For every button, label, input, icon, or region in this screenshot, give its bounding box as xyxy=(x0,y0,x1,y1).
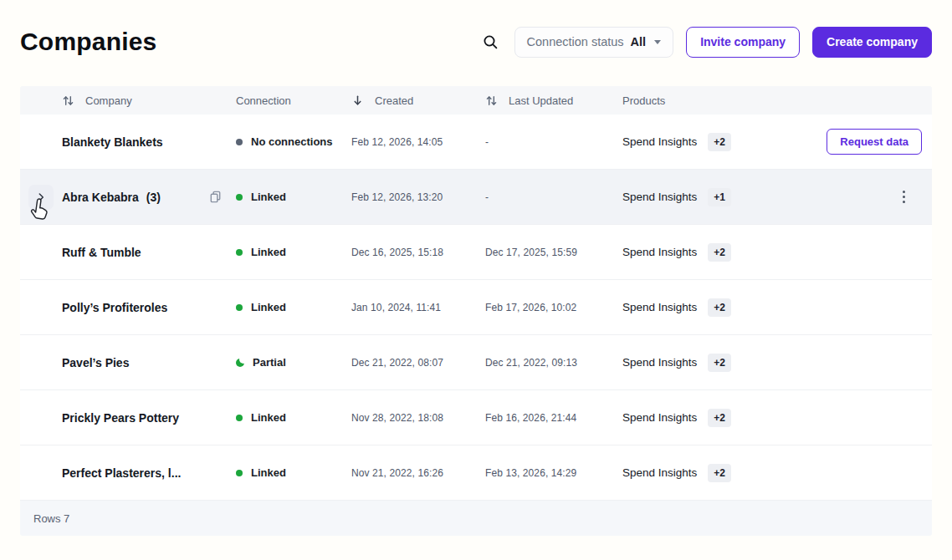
table-footer: Rows 7 xyxy=(20,501,932,536)
copy-icon[interactable] xyxy=(207,188,224,206)
last-updated-cell: Feb 16, 2026, 21:44 xyxy=(485,412,622,424)
products-more-badge[interactable]: +2 xyxy=(708,243,731,262)
connection-cell: Partial xyxy=(236,356,351,369)
sort-last-updated-header[interactable]: Last Updated xyxy=(485,94,622,107)
products-cell: Spend Insights +2 xyxy=(622,243,823,262)
partial-status-icon xyxy=(236,359,244,367)
expand-cell xyxy=(20,185,62,210)
table-row[interactable]: Polly’s Profiteroles Linked Jan 10, 2024… xyxy=(20,280,932,335)
chevron-right-icon xyxy=(35,191,47,203)
filter-label: Connection status xyxy=(527,35,624,48)
company-cell: Prickly Pears Pottery xyxy=(62,411,236,425)
company-name: Pavel’s Pies xyxy=(62,356,129,369)
header-connection-label: Connection xyxy=(236,94,291,107)
sort-created-header[interactable]: Created xyxy=(351,94,485,107)
filter-value: All xyxy=(631,35,647,48)
table-header-row: Company Connection Created Last Updated … xyxy=(20,86,932,115)
created-cell: Feb 12, 2026, 14:05 xyxy=(351,136,485,148)
header-last-updated-label: Last Updated xyxy=(509,94,573,107)
expand-row-button[interactable] xyxy=(28,185,54,210)
request-data-button[interactable]: Request data xyxy=(827,129,922,155)
action-cell: Request data xyxy=(823,129,932,155)
created-cell: Jan 10, 2024, 11:41 xyxy=(351,302,485,313)
connection-status-label: Linked xyxy=(251,466,286,479)
created-cell: Dec 21, 2022, 08:07 xyxy=(351,357,485,369)
company-cell: Blankety Blankets xyxy=(62,135,236,149)
table-row[interactable]: Perfect Plasterers, l... Linked Nov 21, … xyxy=(20,445,932,501)
last-updated-cell: - xyxy=(485,136,622,148)
company-cell: Pavel’s Pies xyxy=(62,356,236,369)
status-dot-icon xyxy=(236,304,243,311)
last-updated-cell: Dec 17, 2025, 15:59 xyxy=(485,247,622,258)
status-dot-icon xyxy=(236,194,243,201)
toolbar: Connection status All Invite company Cre… xyxy=(479,27,932,58)
connection-cell: Linked xyxy=(236,411,351,424)
connection-status-label: Linked xyxy=(251,246,286,258)
products-more-badge[interactable]: +2 xyxy=(708,133,731,151)
connection-status-label: Linked xyxy=(251,411,286,424)
table-row[interactable]: Abra Kebabra (3) Linked Feb 12, 2026, 13… xyxy=(20,170,932,225)
status-dot-icon xyxy=(236,470,243,476)
connection-cell: No connections xyxy=(236,135,351,148)
connection-status-filter[interactable]: Connection status All xyxy=(514,27,674,58)
sort-icon xyxy=(62,94,74,107)
company-count: (3) xyxy=(146,191,161,204)
product-name: Spend Insights xyxy=(622,246,697,258)
product-name: Spend Insights xyxy=(622,301,697,313)
products-more-badge[interactable]: +2 xyxy=(708,354,731,372)
connection-cell: Linked xyxy=(236,301,351,313)
products-more-badge[interactable]: +2 xyxy=(708,298,731,317)
created-cell: Dec 16, 2025, 15:18 xyxy=(351,247,485,258)
products-more-badge[interactable]: +2 xyxy=(708,464,731,482)
company-name: Prickly Pears Pottery xyxy=(62,411,179,425)
products-more-badge[interactable]: +1 xyxy=(708,188,731,206)
created-cell: Nov 28, 2022, 18:08 xyxy=(351,412,485,424)
products-cell: Spend Insights +1 xyxy=(622,188,823,206)
last-updated-cell: Dec 21, 2022, 09:13 xyxy=(485,357,622,369)
products-cell: Spend Insights +2 xyxy=(622,464,823,482)
created-cell: Nov 21, 2022, 16:26 xyxy=(351,467,485,479)
invite-company-button[interactable]: Invite company xyxy=(686,27,800,58)
header-created-label: Created xyxy=(375,94,413,107)
company-name: Polly’s Profiteroles xyxy=(62,301,167,314)
company-name: Blankety Blankets xyxy=(62,135,163,149)
product-name: Spend Insights xyxy=(622,466,697,479)
header-connection[interactable]: Connection xyxy=(236,94,351,107)
last-updated-cell: Feb 13, 2026, 14:29 xyxy=(485,467,622,479)
status-dot-icon xyxy=(236,249,243,256)
last-updated-cell: Feb 17, 2026, 10:02 xyxy=(485,302,622,313)
sort-company-header[interactable]: Company xyxy=(62,94,236,107)
company-cell: Abra Kebabra (3) xyxy=(62,188,236,206)
table-body: Blankety Blankets No connections Feb 12,… xyxy=(20,115,932,501)
connection-cell: Linked xyxy=(236,466,351,479)
company-cell: Perfect Plasterers, l... xyxy=(62,466,236,480)
products-more-badge[interactable]: +2 xyxy=(708,409,731,427)
company-cell: Polly’s Profiteroles xyxy=(62,301,236,314)
product-name: Spend Insights xyxy=(622,135,697,148)
kebab-menu-icon[interactable] xyxy=(898,186,910,208)
topbar: Companies Connection status All Invite c… xyxy=(0,0,952,62)
arrow-down-icon xyxy=(351,94,364,107)
company-name: Abra Kebabra xyxy=(62,191,139,204)
search-icon[interactable] xyxy=(479,31,502,53)
sort-icon xyxy=(485,94,498,107)
companies-table: Company Connection Created Last Updated … xyxy=(20,86,932,536)
header-company-label: Company xyxy=(85,94,132,107)
chevron-down-icon xyxy=(654,40,661,44)
connection-status-label: Linked xyxy=(251,191,286,203)
table-row[interactable]: Blankety Blankets No connections Feb 12,… xyxy=(20,115,932,170)
rows-count-label: Rows 7 xyxy=(33,512,69,525)
connection-status-label: Linked xyxy=(251,301,286,313)
action-cell xyxy=(823,186,932,208)
created-cell: Feb 12, 2026, 13:20 xyxy=(351,191,485,203)
header-products: Products xyxy=(622,94,823,107)
table-row[interactable]: Prickly Pears Pottery Linked Nov 28, 202… xyxy=(20,390,932,445)
table-row[interactable]: Ruff & Tumble Linked Dec 16, 2025, 15:18… xyxy=(20,225,932,280)
create-company-button[interactable]: Create company xyxy=(812,27,932,58)
page-title: Companies xyxy=(20,28,157,56)
connection-cell: Linked xyxy=(236,246,351,258)
table-row[interactable]: Pavel’s Pies Partial Dec 21, 2022, 08:07… xyxy=(20,335,932,390)
connection-status-label: No connections xyxy=(251,135,333,148)
products-cell: Spend Insights +2 xyxy=(622,409,823,427)
status-dot-icon xyxy=(236,139,243,145)
